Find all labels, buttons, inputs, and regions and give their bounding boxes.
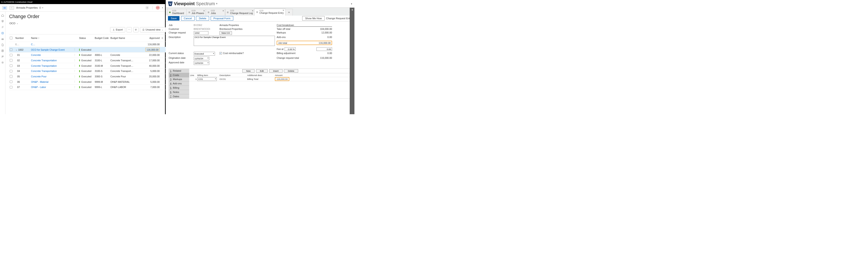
cancel-button[interactable]: Cancel [181, 16, 195, 21]
row-name-link[interactable]: OCO for Sample Change Event [31, 48, 65, 51]
sub-delete-button[interactable]: Delete [284, 69, 298, 73]
col-name[interactable]: Name↑ [30, 36, 73, 39]
status-select[interactable]: Executed [194, 52, 215, 55]
sub-tab-dates[interactable]: 7. Dates [169, 94, 189, 99]
row-menu-icon[interactable]: ⋮ [73, 54, 76, 57]
table-row[interactable]: 04 Concrete Transportation ⋮ Executed 31… [9, 68, 165, 74]
help-button[interactable]: ? [145, 6, 149, 9]
summary-link[interactable]: C… [31, 43, 35, 46]
col-budget-name[interactable]: Budget Name [110, 36, 143, 39]
tab-dashboard[interactable]: CCDDashboard [167, 9, 187, 16]
sub-edit-button[interactable]: Edit [256, 69, 268, 73]
row-name-link[interactable]: Concrete Transportation [31, 64, 57, 67]
row-checkbox[interactable] [10, 81, 12, 83]
row-checkbox[interactable] [10, 86, 12, 88]
table-row[interactable]: 06 OH&P - Material ⋮ Executed 9999-M OH&… [9, 79, 165, 85]
row-name-link[interactable]: Concrete Pour [31, 75, 46, 78]
nav-settings[interactable] [0, 60, 5, 65]
nav-home[interactable] [0, 13, 5, 18]
tab-job-phases[interactable]: CCDJob Phases ✕ [186, 9, 206, 16]
col-budget-code[interactable]: Budget Code [94, 36, 110, 39]
billing-item-input[interactable] [197, 77, 217, 81]
new-tab-button[interactable]: + [285, 9, 293, 16]
row-checkbox[interactable] [10, 64, 12, 67]
tab-jobs[interactable]: CCDJobs ✕ [206, 9, 225, 16]
filter-button[interactable] [133, 27, 138, 32]
more-button[interactable]: ⋯ [127, 27, 132, 32]
row-name-link[interactable]: Concrete [31, 54, 41, 56]
avatar[interactable]: AA [156, 6, 160, 10]
sub-insert-button[interactable]: Insert [269, 69, 283, 73]
save-button[interactable]: Save [168, 16, 180, 21]
show-me-how-button[interactable]: Show Me How [302, 16, 324, 21]
close-icon[interactable]: ✕ [203, 10, 205, 12]
sub-grid-row[interactable]: 1 OCO1 Billing Total 116,000.00 [189, 77, 351, 81]
table-row[interactable]: 01 Concrete ⋮ Executed 3000-L Concrete 2… [9, 53, 165, 58]
back-button[interactable] [9, 6, 14, 10]
breadcrumb[interactable]: Armada Properties ▾ [16, 6, 43, 9]
fee-pct-input[interactable] [285, 47, 296, 51]
col-status[interactable]: Status [78, 36, 94, 39]
table-row[interactable]: ⌄ 1002 OCO for Sample Change Event ⋮ Exe… [9, 47, 165, 53]
export-button[interactable]: Export [110, 27, 125, 32]
cost-reimbursable-checkbox[interactable]: ✔ [219, 52, 222, 55]
appr-date-input[interactable] [194, 61, 209, 65]
close-icon[interactable]: ✕ [222, 10, 224, 12]
select-all-checkbox[interactable] [10, 37, 12, 39]
tab-change-request-entry[interactable]: CCDChange Request Entry ✕ [254, 8, 285, 16]
row-menu-icon[interactable]: ⋮ [73, 86, 76, 89]
table-row[interactable]: 07 OH&P - Labor ⋮ Executed 9999-L OH&P-L… [9, 85, 165, 90]
close-icon[interactable]: ✕ [252, 10, 254, 12]
type-selector[interactable]: OCO ⌄ [9, 21, 165, 25]
table-row[interactable]: 02 Concrete Transportation ⋮ Executed 31… [9, 58, 165, 63]
row-menu-icon[interactable]: ⋮ [73, 59, 76, 62]
row-checkbox[interactable] [10, 75, 12, 78]
row-menu-icon[interactable]: ⋮ [73, 69, 76, 73]
sub-new-button[interactable]: New [242, 69, 254, 73]
sub-tab-notes[interactable]: 6. Notes [169, 90, 189, 94]
desc-input[interactable]: OCO for Sample Change Event [194, 36, 275, 46]
row-name-link[interactable]: OH&P - Labor [31, 86, 46, 88]
delete-button[interactable]: Delete [196, 16, 209, 21]
sub-tab-billing[interactable]: 5. Billing [169, 86, 189, 90]
nav-exchange[interactable] [0, 25, 5, 30]
sub-tab-markups[interactable]: 3. Markups [169, 77, 189, 82]
orig-date-input[interactable] [194, 57, 209, 60]
gear-icon[interactable] [161, 37, 164, 39]
expand-icon[interactable]: ⌄ [16, 48, 18, 51]
new-co-button[interactable]: New CO [219, 31, 232, 35]
table-row[interactable]: 03 Concrete Transportation ⋮ Executed 31… [9, 63, 165, 68]
row-name-link[interactable]: OH&P - Material [31, 81, 49, 83]
view-button[interactable]: Unsaved view ⌄ [140, 27, 165, 32]
col-number[interactable]: Number [15, 36, 30, 39]
sub-tab-costs[interactable]: 2. Costs [169, 73, 189, 77]
nav-files[interactable] [0, 42, 5, 48]
nav-cost[interactable] [0, 31, 5, 36]
close-icon[interactable]: ✕ [283, 9, 284, 11]
row-menu-icon[interactable]: ⋮ [73, 80, 76, 83]
row-checkbox[interactable] [10, 70, 12, 73]
row-menu-icon[interactable]: ⋮ [73, 64, 76, 67]
project-switcher-button[interactable] [2, 6, 7, 10]
table-row[interactable]: 05 Concrete Pour ⋮ Executed 3300-S Concr… [9, 74, 165, 79]
row-menu-icon[interactable]: ⋮ [73, 48, 76, 51]
proposal-form-button[interactable]: Proposal Form [211, 16, 233, 21]
nav-insight[interactable] [0, 36, 5, 41]
cr-input[interactable] [194, 31, 209, 35]
tab-change-request-log[interactable]: CCDChange Request Log ✕ [225, 9, 254, 16]
fee-amt-input[interactable] [316, 47, 332, 51]
row-checkbox[interactable] [10, 59, 12, 61]
row-checkbox[interactable] [10, 48, 12, 51]
row-checkbox[interactable] [10, 54, 12, 56]
vp-side-strip[interactable]: ◀ [350, 8, 354, 114]
sub-tab-related[interactable]: 1. Related [169, 69, 189, 73]
nav-members[interactable] [0, 54, 5, 59]
menu-caret-icon[interactable]: ▾ [351, 3, 352, 5]
nav-forms[interactable] [0, 48, 5, 53]
row-name-link[interactable]: Concrete Transportation [31, 59, 57, 62]
row-name-link[interactable]: Concrete Transportation [31, 69, 57, 73]
col-approved[interactable]: Approved [143, 36, 160, 39]
nav-docs[interactable] [0, 19, 5, 24]
row-menu-icon[interactable]: ⋮ [73, 75, 76, 78]
sub-tab-add-ons[interactable]: 4. Add-ons [169, 81, 189, 86]
